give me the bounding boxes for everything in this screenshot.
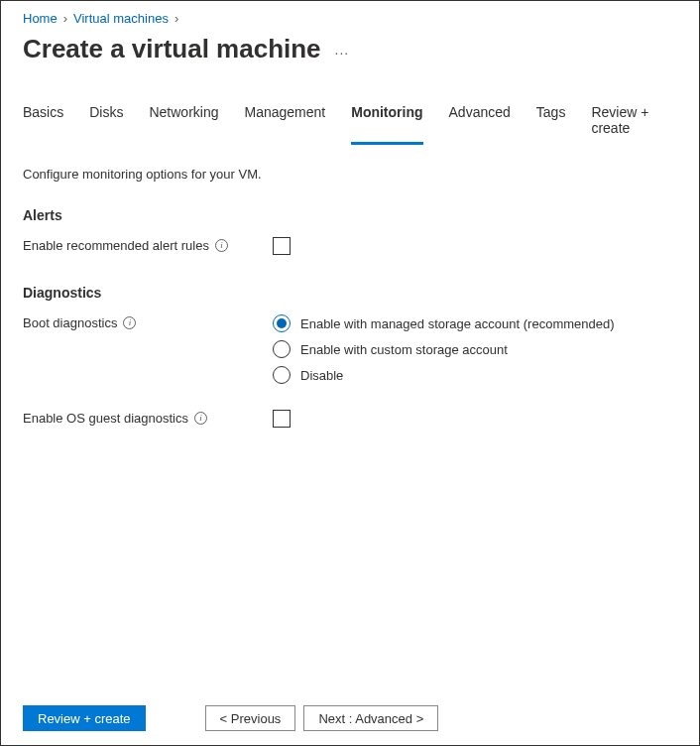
radio-label: Enable with custom storage account bbox=[300, 342, 508, 357]
intro-text: Configure monitoring options for your VM… bbox=[23, 167, 677, 182]
tab-advanced[interactable]: Advanced bbox=[449, 104, 511, 145]
tab-networking[interactable]: Networking bbox=[149, 104, 218, 145]
enable-os-guest-diagnostics-checkbox[interactable] bbox=[273, 410, 291, 428]
enable-recommended-alerts-label: Enable recommended alert rules bbox=[23, 238, 209, 253]
breadcrumb-home[interactable]: Home bbox=[23, 11, 58, 26]
tab-tags[interactable]: Tags bbox=[536, 104, 566, 145]
tab-review-create[interactable]: Review + create bbox=[591, 104, 677, 145]
footer: Review + create < Previous Next : Advanc… bbox=[23, 705, 677, 731]
diagnostics-heading: Diagnostics bbox=[23, 285, 677, 301]
chevron-right-icon: › bbox=[175, 11, 178, 26]
tab-monitoring[interactable]: Monitoring bbox=[351, 104, 422, 145]
boot-diagnostics-radio-custom[interactable]: Enable with custom storage account bbox=[273, 340, 677, 358]
boot-diagnostics-label: Boot diagnostics bbox=[23, 315, 117, 330]
radio-icon bbox=[273, 366, 291, 384]
info-icon[interactable]: i bbox=[123, 316, 136, 329]
tab-disks[interactable]: Disks bbox=[89, 104, 123, 145]
tabs: Basics Disks Networking Management Monit… bbox=[23, 104, 677, 145]
review-create-button[interactable]: Review + create bbox=[23, 705, 146, 731]
radio-icon bbox=[273, 340, 291, 358]
info-icon[interactable]: i bbox=[215, 239, 228, 252]
breadcrumb: Home › Virtual machines › bbox=[23, 11, 677, 26]
breadcrumb-virtual-machines[interactable]: Virtual machines bbox=[73, 11, 169, 26]
chevron-right-icon: › bbox=[63, 11, 67, 26]
boot-diagnostics-radio-disable[interactable]: Disable bbox=[273, 366, 677, 384]
radio-label: Enable with managed storage account (rec… bbox=[300, 316, 615, 331]
info-icon[interactable]: i bbox=[194, 412, 207, 425]
previous-button[interactable]: < Previous bbox=[205, 705, 296, 731]
alerts-heading: Alerts bbox=[23, 207, 677, 223]
radio-icon bbox=[273, 314, 291, 332]
boot-diagnostics-radio-managed[interactable]: Enable with managed storage account (rec… bbox=[273, 314, 677, 332]
enable-os-guest-diagnostics-label: Enable OS guest diagnostics bbox=[23, 411, 188, 426]
enable-recommended-alerts-checkbox[interactable] bbox=[273, 237, 291, 255]
tab-management[interactable]: Management bbox=[245, 104, 326, 145]
tab-basics[interactable]: Basics bbox=[23, 104, 63, 145]
more-actions-button[interactable]: ··· bbox=[335, 39, 350, 61]
next-button[interactable]: Next : Advanced > bbox=[303, 705, 438, 731]
radio-label: Disable bbox=[300, 368, 343, 383]
page-title: Create a virtual machine bbox=[23, 34, 321, 64]
